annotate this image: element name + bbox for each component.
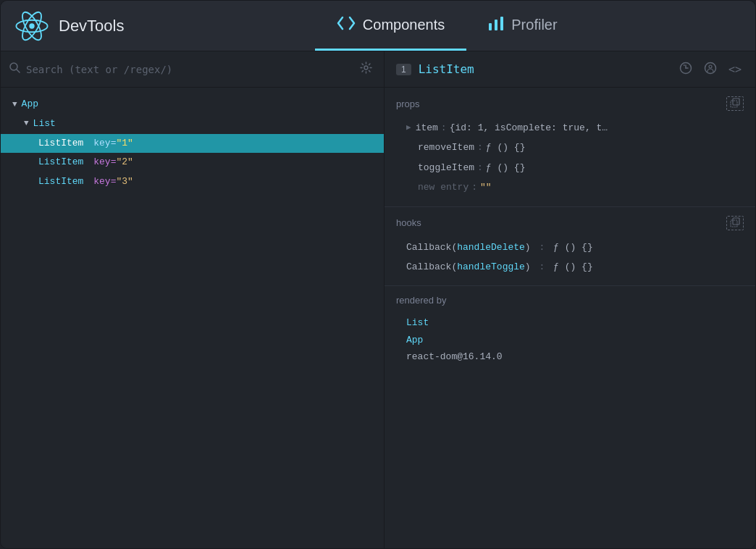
rendered-by-header: rendered by bbox=[396, 295, 744, 306]
key-value-3: "3" bbox=[116, 175, 133, 190]
key-value-1: "1" bbox=[116, 136, 133, 151]
detail-panels: props ▶ item : {id: 1, isComp bbox=[385, 88, 755, 548]
arrow-list bbox=[24, 117, 29, 130]
component-header: 1 ListItem bbox=[385, 51, 755, 88]
key-value-2: "2" bbox=[116, 155, 133, 170]
prop-key-removeitem: removeItem bbox=[418, 139, 474, 156]
tree-item-app[interactable]: App bbox=[1, 95, 384, 114]
search-bar bbox=[1, 51, 384, 88]
component-name-listitem2: ListItem bbox=[38, 155, 83, 170]
svg-line-8 bbox=[17, 70, 20, 72]
hook-name-callback1: Callback(handleDelete) bbox=[406, 242, 531, 253]
rendered-by-list: List App react-dom@16.14.0 bbox=[396, 313, 744, 366]
logo-area: DevTools bbox=[15, 9, 124, 43]
key-attr-1: key= bbox=[88, 136, 116, 151]
key-attr-3: key= bbox=[88, 175, 116, 190]
rendered-by-section: rendered by List App react-dom@16.14.0 bbox=[385, 286, 755, 375]
svg-rect-18 bbox=[731, 220, 737, 227]
tree-item-listitem1[interactable]: ListItem key="1" bbox=[1, 134, 384, 154]
rendered-link-list: List bbox=[406, 317, 429, 328]
component-name-listitem1: ListItem bbox=[38, 136, 83, 151]
inspect-button[interactable] bbox=[702, 59, 719, 80]
props-section-header: props bbox=[396, 96, 744, 111]
props-copy-button[interactable] bbox=[726, 96, 744, 111]
svg-rect-17 bbox=[733, 99, 739, 105]
prop-expand-icon[interactable]: ▶ bbox=[406, 121, 411, 135]
component-name-listitem3: ListItem bbox=[38, 175, 83, 190]
prop-key-toggleitem: toggleItem bbox=[418, 159, 474, 176]
prop-key-newentry: new entry bbox=[418, 179, 469, 196]
prop-value-removeitem: ƒ () {} bbox=[486, 139, 526, 156]
key-attr-2: key= bbox=[88, 155, 116, 170]
rendered-plain-reactdom: react-dom@16.14.0 bbox=[406, 351, 503, 362]
rendered-app-item[interactable]: App bbox=[406, 332, 744, 348]
components-tab-icon bbox=[337, 16, 356, 34]
props-section-title: props bbox=[396, 99, 420, 109]
svg-rect-5 bbox=[495, 20, 497, 30]
svg-rect-19 bbox=[733, 218, 739, 225]
component-header-name: ListItem bbox=[419, 62, 670, 76]
header: DevTools Components bbox=[1, 1, 755, 51]
tree-item-listitem3[interactable]: ListItem key="3" bbox=[1, 172, 384, 192]
component-name-app: App bbox=[22, 97, 38, 112]
svg-point-15 bbox=[709, 65, 712, 68]
hooks-section-header: hooks bbox=[396, 216, 744, 230]
hook-value-handledelete: ƒ () {} bbox=[553, 242, 593, 253]
tree-item-listitem2[interactable]: ListItem key="2" bbox=[1, 153, 384, 172]
svg-point-0 bbox=[29, 23, 34, 28]
source-button[interactable]: <> bbox=[726, 61, 744, 78]
header-actions: <> bbox=[677, 59, 744, 80]
prop-key-item: item bbox=[416, 120, 438, 136]
hook-handletoggle: Callback(handleToggle) : ƒ () {} bbox=[396, 257, 744, 277]
prop-value-toggleitem: ƒ () {} bbox=[486, 159, 526, 176]
suspend-button[interactable] bbox=[677, 59, 694, 80]
react-logo-icon bbox=[15, 9, 49, 43]
tab-components-label: Components bbox=[363, 17, 445, 33]
search-settings-button[interactable] bbox=[357, 59, 375, 80]
tab-profiler-label: Profiler bbox=[511, 17, 557, 33]
props-section: props ▶ item : {id: 1, isComp bbox=[385, 88, 755, 207]
search-icon bbox=[9, 62, 20, 77]
rendered-by-title: rendered by bbox=[396, 295, 446, 306]
prop-value-newentry: "" bbox=[480, 179, 492, 196]
prop-value-item: {id: 1, isComplete: true, t… bbox=[450, 120, 608, 136]
prop-removeitem: removeItem : ƒ () {} bbox=[396, 138, 744, 157]
hook-handledelete: Callback(handleDelete) : ƒ () {} bbox=[396, 238, 744, 257]
left-panel: App List ListItem key="1" ListItem key="… bbox=[1, 51, 385, 548]
rendered-reactdom-item: react-dom@16.14.0 bbox=[406, 348, 744, 365]
prop-toggleitem: toggleItem : ƒ () {} bbox=[396, 158, 744, 177]
component-name-list: List bbox=[33, 117, 56, 132]
code-icon: <> bbox=[728, 63, 742, 76]
svg-point-9 bbox=[364, 66, 368, 70]
svg-rect-4 bbox=[489, 23, 492, 30]
arrow-app bbox=[12, 99, 17, 112]
tabs-area: Components Profiler bbox=[153, 1, 741, 51]
prop-item: ▶ item : {id: 1, isComplete: true, t… bbox=[396, 118, 744, 138]
svg-rect-13 bbox=[684, 64, 685, 66]
rendered-link-app: App bbox=[406, 335, 423, 345]
tab-profiler[interactable]: Profiler bbox=[466, 1, 579, 51]
prop-newentry: new entry : "" bbox=[396, 177, 744, 197]
profiler-tab-icon bbox=[488, 16, 504, 34]
tree-area: App List ListItem key="1" ListItem key="… bbox=[1, 88, 384, 548]
rendered-list-item[interactable]: List bbox=[406, 314, 744, 331]
hooks-copy-button[interactable] bbox=[726, 216, 744, 230]
hooks-section-title: hooks bbox=[396, 217, 421, 228]
devtools-window: DevTools Components bbox=[0, 0, 756, 549]
app-title: DevTools bbox=[59, 17, 124, 35]
search-input[interactable] bbox=[26, 64, 351, 75]
svg-rect-16 bbox=[731, 101, 737, 107]
svg-rect-6 bbox=[500, 17, 503, 30]
main-content: App List ListItem key="1" ListItem key="… bbox=[1, 51, 755, 548]
tree-item-list[interactable]: List bbox=[1, 114, 384, 134]
component-badge: 1 bbox=[396, 64, 411, 75]
hooks-section: hooks Callback(handleDelete) : ƒ () {} bbox=[385, 207, 755, 287]
hook-name-callback2: Callback(handleToggle) bbox=[406, 261, 531, 272]
hook-value-handletoggle: ƒ () {} bbox=[553, 261, 593, 272]
right-panel: 1 ListItem bbox=[385, 51, 755, 548]
tab-components[interactable]: Components bbox=[315, 1, 466, 51]
